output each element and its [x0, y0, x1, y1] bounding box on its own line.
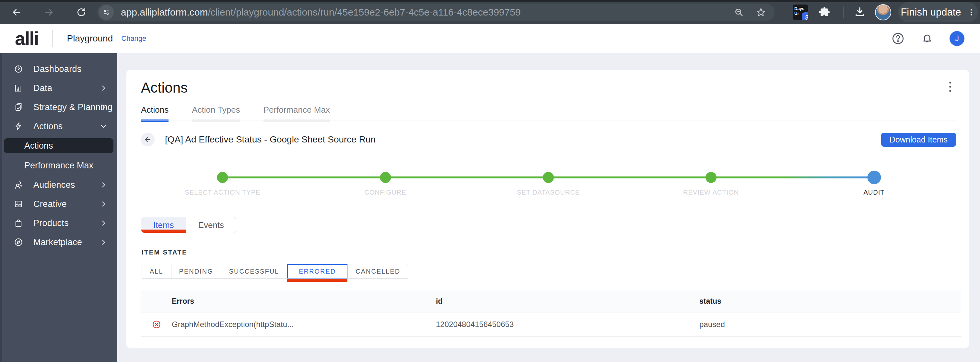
workspace-name: Playground — [67, 33, 113, 44]
finish-update-button[interactable]: Finish update — [898, 2, 978, 22]
step-dot-current[interactable] — [867, 171, 881, 184]
step-dot-done[interactable] — [217, 172, 228, 183]
help-icon[interactable] — [891, 32, 905, 45]
user-avatar[interactable]: J — [950, 31, 964, 46]
card-menu-button[interactable] — [943, 79, 957, 95]
tab-action-types[interactable]: Action Types — [192, 105, 240, 122]
item-state-filter-group: ALL PENDING SUCCESSFUL ERRORED CANCELLED — [142, 264, 408, 279]
image-icon — [14, 199, 23, 209]
sidebar-item-strategy-planning[interactable]: Strategy & Planning — [0, 100, 117, 114]
stepper-track — [223, 176, 712, 178]
chevron-right-icon — [99, 200, 108, 208]
active-tab-indicator — [141, 230, 186, 233]
cell-id: 120204804156450653 — [436, 320, 699, 329]
header-divider — [52, 30, 53, 47]
filter-successful[interactable]: SUCCESSFUL — [221, 264, 287, 278]
table-row[interactable]: GraphMethodException(httpStatu... 120204… — [141, 313, 961, 337]
items-events-tabs: Items Events — [141, 217, 236, 233]
browser-reload-button[interactable] — [75, 5, 88, 19]
sidebar-item-data[interactable]: Data — [0, 81, 117, 95]
tabs-underline — [141, 120, 956, 121]
error-cell-icon — [141, 320, 172, 329]
url-path: /client/playground/actions/run/45e159e2-… — [208, 7, 520, 17]
star-icon[interactable] — [756, 7, 766, 17]
table-header-row: Errors id status — [141, 290, 961, 313]
download-icon — [854, 6, 866, 18]
sidebar-item-products[interactable]: Products — [0, 216, 117, 230]
main-content: Actions Actions Action Types Performance… — [117, 53, 980, 362]
sidebar-subitem-actions[interactable]: Actions — [4, 138, 113, 153]
sidebar-item-marketplace[interactable]: Marketplace — [0, 235, 117, 249]
tune-icon — [102, 8, 110, 16]
step-select-action-type: SELECT ACTION TYPE — [185, 172, 261, 196]
clipboard-check-icon — [14, 102, 23, 112]
step-set-datasource: SET DATASOURCE — [517, 172, 580, 196]
tab-events[interactable]: Events — [186, 217, 236, 233]
tab-performance-max[interactable]: Performance Max — [264, 105, 330, 122]
page-title: Actions — [141, 79, 188, 96]
url-bar[interactable]: app.alliplatform.com/client/playground/a… — [97, 3, 775, 21]
run-header: [QA] Ad Effective Status - Google Sheet … — [141, 132, 956, 147]
filter-pending[interactable]: PENDING — [171, 264, 221, 278]
bell-icon[interactable] — [920, 32, 934, 45]
filter-errored[interactable]: ERRORED — [287, 264, 347, 278]
download-items-button[interactable]: Download Items — [881, 133, 956, 147]
errors-table: Errors id status GraphMethodException(ht… — [141, 290, 961, 337]
window-top-edge — [0, 0, 980, 2]
shopping-bag-icon — [14, 218, 23, 228]
change-workspace-link[interactable]: Change — [121, 34, 146, 43]
filter-cancelled[interactable]: CANCELLED — [347, 264, 408, 278]
tab-items[interactable]: Items — [141, 217, 186, 233]
sidebar-item-dashboards[interactable]: Dashboards — [0, 62, 117, 76]
puzzle-icon — [818, 6, 831, 19]
browser-profile-avatar[interactable] — [875, 4, 891, 21]
cell-error-message: GraphMethodException(httpStatu... — [172, 320, 436, 329]
actions-card: Actions Actions Action Types Performance… — [126, 70, 969, 348]
sidebar-item-creative[interactable]: Creative — [0, 197, 117, 211]
kebab-icon — [947, 80, 954, 93]
sidebar-nav: Dashboards Data Strategy & Planning Acti… — [0, 53, 117, 362]
people-icon — [14, 180, 23, 190]
step-dot-done[interactable] — [380, 172, 391, 183]
tab-actions[interactable]: Actions — [141, 105, 169, 122]
compass-icon — [14, 237, 23, 247]
chevron-right-icon — [99, 103, 108, 111]
error-circle-icon — [152, 320, 161, 329]
extensions-button[interactable] — [818, 6, 831, 19]
downloads-button[interactable] — [854, 6, 866, 18]
toolbar-divider — [843, 6, 843, 18]
url-text: app.alliplatform.com/client/playground/a… — [121, 7, 734, 18]
column-header-status: status — [699, 297, 961, 306]
days-until-extension-button[interactable]: Days Ur 3 — [793, 5, 808, 20]
kebab-icon[interactable] — [967, 8, 975, 16]
browser-back-button[interactable] — [10, 5, 23, 19]
url-domain: app.alliplatform.com — [121, 7, 208, 17]
selected-filter-indicator — [287, 279, 347, 282]
gauge-icon — [14, 64, 23, 74]
main-tabs: Actions Action Types Performance Max — [141, 105, 353, 122]
step-configure: CONFIGURE — [364, 172, 406, 196]
step-dot-done[interactable] — [705, 172, 716, 183]
sidebar-subitem-performance-max[interactable]: Performance Max — [4, 158, 113, 173]
step-dot-done[interactable] — [543, 172, 554, 183]
sidebar-item-audiences[interactable]: Audiences — [0, 178, 117, 192]
zoom-out-icon[interactable] — [734, 7, 744, 17]
filter-all[interactable]: ALL — [142, 264, 171, 278]
site-settings-button[interactable] — [99, 5, 114, 20]
lightning-icon — [14, 121, 23, 131]
alli-logo: alli — [15, 29, 38, 48]
finish-update-label: Finish update — [900, 6, 961, 18]
forward-icon — [43, 7, 54, 18]
reload-icon — [76, 7, 86, 17]
back-button[interactable] — [141, 133, 154, 146]
browser-chrome: app.alliplatform.com/client/playground/a… — [0, 0, 980, 24]
sidebar-item-actions[interactable]: Actions — [0, 119, 117, 133]
browser-forward-button[interactable] — [42, 5, 56, 19]
column-header-errors: Errors — [172, 297, 436, 306]
chevron-right-icon — [99, 238, 108, 246]
chevron-right-icon — [99, 84, 108, 92]
run-title: [QA] Ad Effective Status - Google Sheet … — [165, 134, 375, 145]
extension-label: Days — [794, 6, 808, 11]
back-arrow-icon — [143, 135, 152, 144]
chevron-right-icon — [99, 219, 108, 227]
